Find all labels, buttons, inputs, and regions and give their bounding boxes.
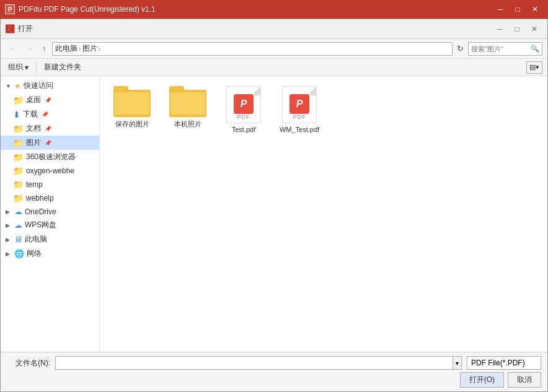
sidebar-section-onedrive[interactable]: ▶ ☁ OneDrive (1, 205, 99, 218)
onedrive-expand-icon: ▶ (6, 209, 12, 215)
filename-input[interactable] (55, 356, 453, 370)
wm-test-pdf-label: WM_Test.pdf (280, 126, 319, 133)
network-label: 网络 (27, 248, 42, 259)
open-button[interactable]: 打开(O) (460, 372, 504, 388)
cancel-button[interactable]: 取消 (508, 372, 541, 388)
thispc-label: 此电脑 (25, 234, 47, 245)
refresh-button[interactable]: ↻ (455, 42, 466, 55)
documents-pin-icon: 📌 (45, 126, 51, 132)
open-dialog: 🅿 打开 ─ □ ✕ ← → ↑ 此电脑 › 图片 › ↻ 🔍 组织 ▾ (0, 19, 548, 392)
nav-toolbar: ← → ↑ 此电脑 › 图片 › ↻ 🔍 (1, 39, 547, 59)
thispc-icon: 🖥 (14, 235, 22, 244)
saved-pictures-label: 保存的图片 (115, 120, 149, 129)
organize-arrow-icon: ▾ (25, 63, 29, 72)
360-folder-icon: 📁 (13, 152, 24, 162)
test-pdf-icon: P PDF (226, 86, 261, 123)
dialog-controls: ─ □ ✕ (492, 23, 542, 35)
search-input[interactable] (471, 45, 531, 53)
sidebar-item-documents[interactable]: 📁 文档 📌 (1, 121, 99, 136)
quick-access-section[interactable]: ▼ ★ 快速访问 (1, 79, 99, 93)
sidebar-section-wps[interactable]: ▶ ☁ WPS网盘 (1, 218, 99, 232)
downloads-folder-icon: ⬇ (13, 110, 20, 120)
titlebar-left: P PDFdu PDF Page Cut(Unregistered) v1.1 (5, 4, 156, 14)
search-icon: 🔍 (531, 45, 539, 53)
maximize-button[interactable]: □ (510, 3, 526, 15)
filename-label: 文件名(N): (7, 358, 50, 368)
pictures-pin-icon: 📌 (45, 140, 51, 146)
sidebar-section-thispc[interactable]: ▶ 🖥 此电脑 (1, 232, 99, 246)
desktop-pin-icon: 📌 (45, 97, 51, 103)
saved-pictures-folder-icon (113, 86, 151, 117)
path-computer: 此电脑 (55, 43, 77, 54)
pictures-label: 图片 (26, 137, 41, 148)
view-button[interactable]: ▤ ▾ (526, 61, 542, 74)
sidebar: ▼ ★ 快速访问 📁 桌面 📌 ⬇ 下载 📌 📁 文档 📌 (1, 76, 100, 352)
wps-label: WPS网盘 (25, 220, 56, 230)
breadcrumb[interactable]: 此电脑 › 图片 › (52, 42, 453, 56)
dialog-titlebar: 🅿 打开 ─ □ ✕ (1, 19, 547, 39)
organize-toolbar: 组织 ▾ 新建文件夹 ▤ ▾ (1, 59, 547, 76)
test-pdf-label: Test.pdf (232, 126, 256, 133)
oxygen-label: oxygen-webhe (26, 167, 74, 175)
breadcrumb-sep1: › (79, 45, 81, 53)
network-expand-icon: ▶ (6, 251, 12, 257)
sidebar-section-network[interactable]: ▶ 🌐 网络 (1, 246, 99, 261)
camera-roll-folder-icon (169, 86, 206, 117)
sidebar-item-temp[interactable]: 📁 temp (1, 178, 99, 191)
wps-expand-icon: ▶ (6, 222, 12, 229)
app-title: PDFdu PDF Page Cut(Unregistered) v1.1 (19, 5, 156, 14)
minimize-button[interactable]: ─ (492, 3, 508, 15)
quick-access-star-icon: ★ (14, 82, 21, 90)
desktop-folder-icon: 📁 (13, 95, 24, 105)
toolbar-right: ▤ ▾ (526, 61, 542, 74)
view-arrow-icon: ▾ (536, 63, 539, 71)
path-pictures: 图片 (82, 43, 97, 54)
action-row: 打开(O) 取消 (7, 372, 541, 388)
documents-folder-icon: 📁 (13, 124, 24, 134)
bottom-bar: 文件名(N): ▾ PDF File(*.PDF) 打开(O) 取消 (1, 352, 547, 391)
quick-access-label: 快速访问 (24, 81, 53, 91)
file-item-test-pdf[interactable]: P PDF Test.pdf (219, 84, 268, 136)
filename-dropdown-button[interactable]: ▾ (453, 356, 462, 370)
sidebar-item-webhelp[interactable]: 📁 webhelp (1, 191, 99, 205)
file-area: 保存的图片 本机照片 P PDF (100, 76, 547, 352)
organize-button[interactable]: 组织 ▾ (6, 61, 31, 74)
titlebar-controls: ─ □ ✕ (492, 3, 543, 15)
toolbar-divider (36, 63, 37, 72)
dialog-minimize-button[interactable]: ─ (492, 23, 508, 35)
pictures-folder-icon: 📁 (13, 138, 24, 148)
dialog-title-left: 🅿 打开 (6, 24, 33, 34)
dialog-close-button[interactable]: ✕ (526, 23, 542, 35)
quick-access-expand-icon: ▼ (6, 83, 12, 89)
file-item-saved-pictures[interactable]: 保存的图片 (107, 84, 157, 136)
downloads-label: 下载 (23, 109, 38, 120)
search-box: 🔍 (468, 42, 542, 56)
documents-label: 文档 (26, 123, 41, 134)
close-button[interactable]: ✕ (527, 3, 543, 15)
file-item-wm-test-pdf[interactable]: P PDF WM_Test.pdf (275, 84, 324, 136)
temp-folder-icon: 📁 (13, 180, 24, 189)
sidebar-item-pictures[interactable]: 📁 图片 📌 (1, 136, 99, 150)
new-folder-button[interactable]: 新建文件夹 (42, 61, 84, 74)
sidebar-item-desktop[interactable]: 📁 桌面 📌 (1, 93, 99, 107)
up-button[interactable]: ↑ (39, 42, 50, 55)
temp-label: temp (26, 180, 43, 189)
filetype-label: PDF File(*.PDF) (471, 359, 525, 367)
wm-test-pdf-icon: P PDF (282, 86, 317, 123)
sidebar-item-oxygen[interactable]: 📁 oxygen-webhe (1, 164, 99, 178)
back-button[interactable]: ← (6, 42, 20, 55)
360-label: 360极速浏览器 (26, 152, 76, 162)
sidebar-item-downloads[interactable]: ⬇ 下载 📌 (1, 107, 99, 121)
organize-label: 组织 (8, 62, 23, 72)
sidebar-item-360[interactable]: 📁 360极速浏览器 (1, 150, 99, 164)
downloads-pin-icon: 📌 (42, 111, 48, 118)
webhelp-folder-icon: 📁 (13, 193, 24, 203)
file-item-camera-roll[interactable]: 本机照片 (163, 84, 213, 136)
wps-cloud-icon: ☁ (14, 220, 22, 230)
main-content: ▼ ★ 快速访问 📁 桌面 📌 ⬇ 下载 📌 📁 文档 📌 (1, 76, 547, 352)
forward-button[interactable]: → (22, 42, 37, 55)
titlebar: P PDFdu PDF Page Cut(Unregistered) v1.1 … (0, 0, 548, 19)
webhelp-label: webhelp (26, 194, 54, 203)
app-icon: P (5, 4, 15, 14)
dialog-maximize-button[interactable]: □ (509, 23, 525, 35)
